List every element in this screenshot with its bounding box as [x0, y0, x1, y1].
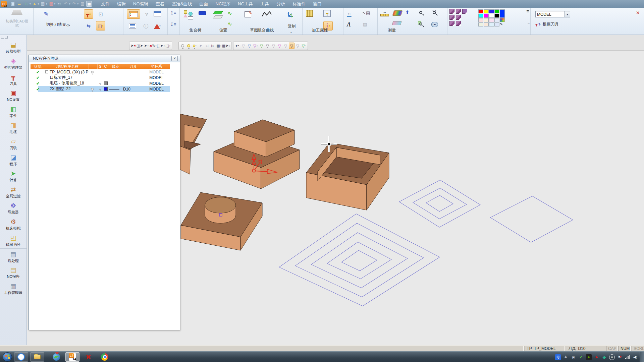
holder-frame-icon[interactable]: ┳ [323, 10, 331, 17]
col-tool[interactable]: 刀具 [123, 64, 143, 69]
menu-nc-tools[interactable]: NC工具 [234, 0, 257, 8]
text-icon[interactable]: A [347, 21, 351, 28]
taskbar-app-red[interactable]: ✖ [82, 352, 96, 362]
show-cube-icon[interactable]: ▦▾ [216, 43, 222, 49]
measure-label[interactable]: 测量 [369, 27, 415, 33]
view-side-icon[interactable] [456, 15, 461, 20]
nc-manager-close-icon[interactable]: ✕ [171, 56, 178, 61]
color-pale-4[interactable] [494, 18, 499, 22]
color-current[interactable] [500, 9, 505, 18]
color-pale-8[interactable] [494, 22, 499, 26]
table-row[interactable]: ✔ 毛坯 - 使用轮廓_18 ∞ MODEL [31, 80, 170, 86]
menu-nc-program[interactable]: NC程序 [212, 0, 234, 8]
copy-caret[interactable]: ▾ [290, 31, 292, 34]
filter-dim-icon[interactable]: ▽ [283, 43, 288, 49]
tray-usb-icon[interactable]: ✔ [578, 354, 584, 360]
save-icon[interactable]: ▣ [10, 1, 16, 7]
filter-new-icon[interactable]: ▽• [301, 43, 307, 49]
menu-analysis[interactable]: 分析 [273, 0, 289, 8]
sidebar-item-navigator[interactable]: ☸导航器 [0, 200, 26, 216]
sidebar-collapse-icon[interactable] [1, 36, 4, 39]
window-close-caret[interactable]: ▾ [54, 3, 56, 5]
keyboard-icon[interactable]: ▦ [86, 1, 92, 7]
line-dashed-icon[interactable]: ┅ [528, 21, 530, 25]
switch-cad-icon[interactable] [11, 10, 23, 15]
color-cyan[interactable] [478, 14, 483, 18]
filter-all-icon[interactable]: ▽ [240, 43, 246, 49]
toolpath-display-icon[interactable]: ✎ [44, 10, 49, 18]
by-tool-label[interactable]: 根据刀具 [543, 21, 559, 27]
measure-icon[interactable]: ↔ [380, 10, 389, 16]
toolpath-display-label[interactable]: 切换刀轨显示 [36, 22, 80, 27]
tray-creative-cloud-icon[interactable]: ∞ [609, 354, 615, 360]
leader-note-icon[interactable]: ↖▤ [362, 10, 370, 15]
sidebar-item-read-model[interactable]: ⬓读取模型 [0, 39, 26, 55]
open-icon[interactable]: ▱ [17, 1, 22, 7]
color-picker-icon[interactable]: ✎ [500, 22, 505, 26]
load-model-icon[interactable]: ⌂ [23, 1, 29, 7]
redo-caret[interactable]: ▾ [77, 3, 79, 5]
tray-flag-icon[interactable]: ⚑✖ [617, 354, 623, 360]
color-green[interactable] [494, 9, 499, 13]
load-model-caret[interactable]: ▾ [30, 3, 31, 5]
color-blue[interactable] [489, 9, 494, 13]
toolpath-swap-icon[interactable]: ⇆ [84, 21, 93, 31]
color-pale-2[interactable] [484, 18, 489, 22]
machining-attrs-label[interactable]: 加工属性 [297, 27, 343, 33]
sidebar-item-machine-sim[interactable]: ⚙机床模拟 [0, 216, 26, 232]
process-table-icon[interactable] [127, 9, 140, 19]
deselect-icon[interactable]: ➤✖ [130, 43, 136, 49]
cube-search-icon[interactable]: ⊡ [96, 9, 105, 19]
color-white[interactable] [489, 14, 494, 18]
view-front-icon[interactable] [456, 9, 461, 14]
col-bulb[interactable] [89, 64, 98, 69]
toolpath-wireframe-large[interactable] [279, 214, 440, 306]
sidebar-item-global-filter[interactable]: ⇄全局过滤 [0, 184, 26, 200]
taskbar-chrome[interactable] [98, 352, 112, 362]
box-select2-icon[interactable]: ⬚▾ [165, 43, 171, 49]
model-cylinder-block[interactable] [181, 192, 262, 250]
line-style-icon[interactable]: ≡ [526, 10, 529, 13]
menu-nc-edit[interactable]: NC编辑 [129, 0, 152, 8]
table-row[interactable]: ✔ 目标零件_17 MODEL [31, 75, 170, 80]
table-row[interactable]: ✔ −TP_MODEL (3X) (3 P MODEL [31, 69, 170, 75]
tray-volume-icon[interactable]: ◀) [632, 354, 638, 360]
draft-arrow-icon[interactable]: ⬆ [405, 9, 410, 15]
sidebar-item-job-manager[interactable]: ▦工作管理器 [0, 281, 26, 297]
link-icon[interactable]: ∞ [98, 82, 102, 86]
col-s[interactable]: S [98, 64, 103, 69]
filter-restore-icon[interactable]: ▽ [295, 43, 301, 49]
show-icon[interactable] [186, 43, 192, 49]
color-more-icon[interactable] [500, 18, 505, 22]
bulb-icon[interactable] [91, 71, 94, 73]
filter-magenta-icon[interactable]: ▽ [277, 43, 282, 49]
color-red[interactable] [478, 9, 483, 13]
surface-wave-icon[interactable]: ∿ [227, 10, 232, 17]
zoom-cube-icon[interactable] [419, 22, 422, 25]
sidebar-item-remaining-stock[interactable]: ◰残留毛坯 [0, 232, 26, 248]
assembly-tree-icon[interactable] [183, 10, 195, 20]
ribbon-close-icon[interactable]: ✕ [636, 10, 640, 15]
paste-icon[interactable]: ⎘ [56, 1, 62, 7]
taskbar-browser-globe[interactable] [49, 352, 63, 362]
note-edit-icon[interactable]: ▤ [363, 22, 367, 27]
composite-curve-icon[interactable] [261, 10, 272, 18]
col-coord[interactable]: 坐标系 [143, 64, 170, 69]
sidebar-item-nc-report[interactable]: ▤NC报告 [0, 264, 26, 281]
menu-edit[interactable]: 编辑 [113, 0, 129, 8]
filter-pick-icon[interactable]: ▽ [247, 43, 252, 49]
move-up-tree-icon[interactable]: ↥≡ [170, 10, 176, 15]
analysis-surface-icon[interactable] [392, 10, 402, 16]
copy-icon[interactable] [286, 10, 296, 18]
tree-expander-icon[interactable]: − [45, 70, 48, 73]
switch-cad-label-2[interactable]: 式 [2, 23, 32, 28]
color-pale-7[interactable] [489, 22, 494, 26]
col-status[interactable]: 状况 [31, 64, 45, 69]
next-view-icon[interactable]: ▷ [210, 43, 216, 49]
hide-icon[interactable] [180, 43, 185, 49]
stock-box-icon[interactable] [199, 11, 206, 15]
sidebar-item-cavity-manager[interactable]: ◈型腔管理器 [0, 55, 26, 71]
toolpath-wireframe-single[interactable] [490, 196, 573, 242]
tray-network-icon[interactable] [625, 354, 630, 360]
link-icon[interactable]: ▥ [79, 1, 85, 7]
